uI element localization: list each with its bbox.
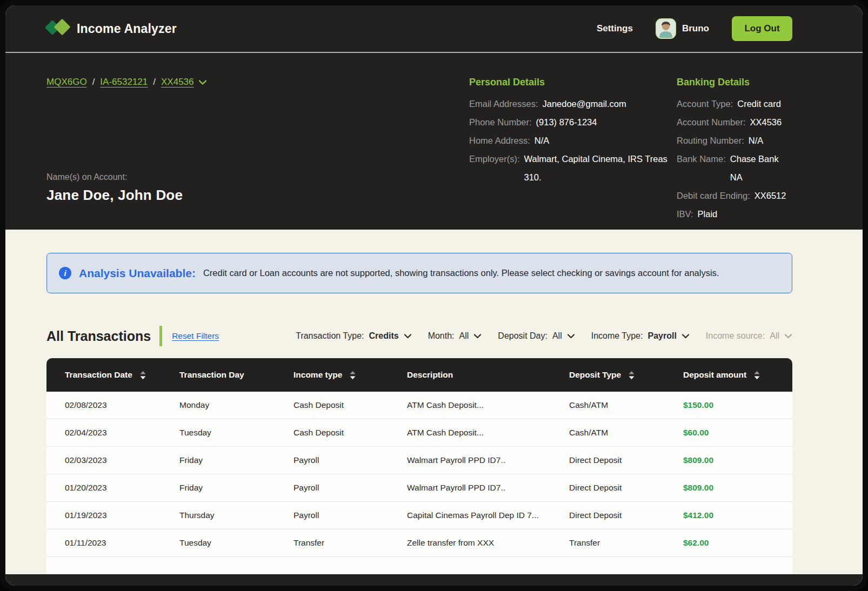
detail-field: Routing Number: N/A <box>677 131 792 150</box>
partial-row <box>46 557 792 574</box>
filter-dropdown[interactable]: Income source: All <box>706 331 792 341</box>
top-navbar: Income Analyzer Settings Bruno Log Out <box>5 5 863 52</box>
field-label: Bank Name: <box>677 150 726 186</box>
user-name: Bruno <box>682 23 709 34</box>
detail-field: Employer(s): Walmart, Capital Cinema, IR… <box>469 150 677 186</box>
cell-transaction-day: Friday <box>161 455 275 465</box>
main-content: i Analysis Unavailable: Credit card or L… <box>5 230 863 574</box>
filter-dropdown[interactable]: Deposit Day: All <box>498 331 575 341</box>
column-label: Transaction Date <box>65 370 132 380</box>
nav-right: Settings Bruno Log Out <box>597 16 792 41</box>
personal-details-title: Personal Details <box>469 77 677 88</box>
cell-description: Walmart Payroll PPD ID7.. <box>389 455 551 465</box>
table-row[interactable]: 02/03/2023 Friday Payroll Walmart Payrol… <box>46 447 792 474</box>
banking-details-section: Banking Details Account Type: Credit car… <box>677 77 792 204</box>
column-header[interactable]: Deposit amount <box>665 370 792 380</box>
table-row[interactable]: 02/04/2023 Tuesday Cash Deposit ATM Cash… <box>46 419 792 447</box>
breadcrumb-account-dropdown[interactable]: XX4536 <box>161 77 207 88</box>
cell-transaction-date: 01/20/2023 <box>46 483 161 493</box>
hero-left: MQX6GO / IA-6532121 / XX4536 Name(s) on … <box>46 77 469 204</box>
field-value: N/A <box>535 131 550 150</box>
cell-deposit-amount: $809.00 <box>665 483 792 493</box>
logo-icon <box>45 17 70 40</box>
personal-details-section: Personal Details Email Addresses: Janedo… <box>469 77 677 204</box>
field-value: N/A <box>749 131 764 150</box>
logout-button[interactable]: Log Out <box>732 16 792 41</box>
transactions-title: All Transactions <box>46 328 151 344</box>
filter-value: Payroll <box>647 331 676 341</box>
column-header[interactable]: Income type <box>275 370 389 380</box>
breadcrumb-link-report[interactable]: MQX6GO <box>46 77 87 88</box>
transactions-table: Transaction Date Transaction Day <box>46 358 792 574</box>
cell-transaction-day: Tuesday <box>161 428 275 438</box>
cell-deposit-type: Cash/ATM <box>551 428 665 438</box>
table-row[interactable]: 02/08/2023 Monday Cash Deposit ATM Cash … <box>46 392 792 419</box>
names-value: Jane Doe, John Doe <box>46 187 469 204</box>
field-value: Credit card <box>737 95 781 113</box>
cell-deposit-amount: $62.00 <box>665 538 792 548</box>
settings-link[interactable]: Settings <box>597 23 633 34</box>
banking-details-title: Banking Details <box>677 77 792 88</box>
filter-label: Income Type: <box>591 331 643 341</box>
detail-field: IBV: Plaid <box>677 205 792 223</box>
table-row[interactable]: 01/19/2023 Thursday Payroll Capital Cine… <box>46 502 792 529</box>
field-value: XX6512 <box>755 186 786 205</box>
cell-transaction-date: 02/08/2023 <box>46 400 161 410</box>
detail-field: Email Addresses: Janedoe@gmail.com <box>469 95 677 113</box>
chevron-down-icon <box>473 334 482 339</box>
table-row[interactable]: 01/20/2023 Friday Payroll Walmart Payrol… <box>46 474 792 502</box>
cell-description: Zelle transfer from XXX <box>389 538 551 548</box>
field-label: IBV: <box>677 205 693 223</box>
filter-dropdown[interactable]: Transaction Type: Credits <box>296 331 411 341</box>
field-value: Walmart, Capital Cinema, IRS Treas 310. <box>524 150 677 186</box>
sort-icon <box>629 371 635 379</box>
column-header[interactable]: Transaction Date <box>46 370 161 380</box>
field-label: Phone Number: <box>469 113 532 131</box>
personal-details-fields: Email Addresses: Janedoe@gmail.com Phone… <box>469 95 677 186</box>
field-label: Account Number: <box>677 113 745 131</box>
detail-field: Account Number: XX4536 <box>677 113 792 131</box>
breadcrumb-link-analysis[interactable]: IA-6532121 <box>100 77 148 88</box>
app-title: Income Analyzer <box>77 22 177 36</box>
app-window: Income Analyzer Settings Bruno Log Out <box>0 0 868 591</box>
column-header[interactable]: Deposit Type <box>551 370 665 380</box>
filter-label: Income source: <box>706 331 765 341</box>
filter-dropdown[interactable]: Income Type: Payroll <box>591 331 690 341</box>
cell-transaction-date: 01/11/2023 <box>46 538 161 548</box>
field-value: Plaid <box>698 205 718 223</box>
table-row[interactable]: 01/11/2023 Tuesday Transfer Zelle transf… <box>46 529 792 557</box>
field-value: Chase Bank NA <box>730 150 792 186</box>
field-value: Janedoe@gmail.com <box>542 95 626 113</box>
sort-icon <box>140 371 146 379</box>
banking-details-fields: Account Type: Credit card Account Number… <box>677 95 792 223</box>
cell-description: Capital Cinemas Payroll Dep ID 7... <box>389 511 551 520</box>
field-label: Account Type: <box>677 95 733 113</box>
cell-transaction-day: Friday <box>161 483 275 493</box>
avatar <box>656 18 676 39</box>
cell-deposit-type: Direct Deposit <box>551 483 665 493</box>
cell-deposit-type: Cash/ATM <box>551 400 665 410</box>
sort-icon <box>350 371 356 379</box>
user-chip[interactable]: Bruno <box>656 18 709 39</box>
cell-transaction-day: Thursday <box>161 511 275 520</box>
breadcrumb-link-account: XX4536 <box>161 77 194 88</box>
cell-transaction-day: Tuesday <box>161 538 275 548</box>
cell-description: ATM Cash Deposit... <box>389 400 551 410</box>
sort-icon <box>754 371 760 379</box>
filter-dropdown[interactable]: Month: All <box>428 331 482 341</box>
field-value: XX4536 <box>750 113 782 131</box>
info-icon: i <box>59 267 71 279</box>
page-bottom-bar <box>5 574 863 586</box>
column-header[interactable]: Transaction Day <box>161 370 275 380</box>
detail-field: Home Address: N/A <box>469 131 677 150</box>
title-accent-bar <box>159 326 162 346</box>
brand: Income Analyzer <box>45 17 177 40</box>
filters-bar: Transaction Type: Credits Month: All <box>296 331 792 341</box>
filter-label: Transaction Type: <box>296 331 364 341</box>
filter-value: All <box>552 331 562 341</box>
reset-filters-link[interactable]: Reset Filters <box>172 331 219 341</box>
column-header[interactable]: Description <box>389 370 551 380</box>
cell-transaction-date: 02/03/2023 <box>46 455 161 465</box>
cell-deposit-amount: $412.00 <box>665 511 792 520</box>
banner-title: Analysis Unavailable: <box>79 267 196 280</box>
